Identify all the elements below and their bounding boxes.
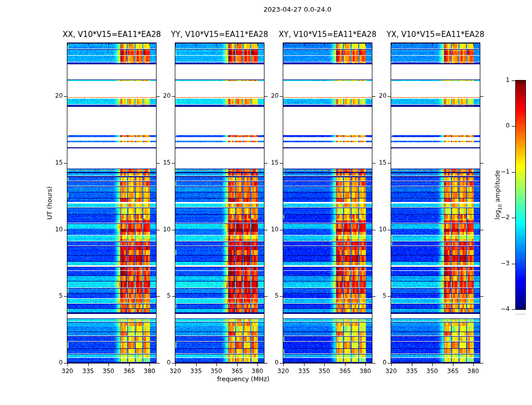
y-tick-label: 15 (260, 159, 279, 166)
x-tick-label: 365 (447, 368, 459, 375)
y-tick-mark-left (388, 296, 391, 297)
x-tick-mark (453, 363, 453, 366)
x-tick-mark-top (88, 44, 89, 46)
y-tick-label: 20 (368, 92, 387, 99)
x-tick-mark (345, 363, 346, 366)
x-tick-mark (473, 363, 474, 366)
colorbar-tick-mark (512, 218, 515, 218)
y-tick-mark-left (64, 363, 67, 363)
x-tick-mark (412, 363, 412, 366)
y-tick-label: 15 (153, 159, 171, 166)
y-tick-mark-left (280, 163, 283, 164)
y-tick-mark-right (480, 96, 483, 97)
x-tick-mark (283, 363, 284, 366)
y-tick-mark-left (280, 363, 283, 363)
y-tick-mark-left (172, 163, 175, 164)
x-tick-mark-top (453, 44, 453, 46)
x-tick-label: 380 (360, 368, 371, 375)
x-tick-mark-top (196, 44, 197, 46)
x-tick-mark-top (283, 44, 284, 46)
colorbar-tick-label: 1 (492, 76, 510, 84)
x-tick-mark (365, 363, 366, 366)
panel-title-YY: YY, V10*V15=EA11*EA28 (171, 30, 269, 39)
colorbar-tick-mark (512, 80, 515, 81)
y-tick-mark-left (172, 296, 175, 297)
x-tick-mark (304, 363, 305, 366)
colorbar-tick-mark (512, 126, 515, 127)
y-tick-label: 20 (153, 92, 171, 99)
x-tick-mark (108, 363, 109, 366)
x-tick-label: 320 (170, 368, 181, 375)
y-tick-label: 5 (368, 292, 387, 299)
x-tick-mark-top (175, 44, 176, 46)
panel-title-XX: XX, V10*V15=EA11*EA28 (62, 30, 161, 39)
colorbar-tick-label: −1 (492, 168, 510, 175)
x-tick-label: 380 (144, 368, 156, 375)
x-tick-mark-top (216, 44, 217, 46)
x-tick-mark (324, 363, 325, 366)
panel-YX-heatmap (391, 43, 480, 363)
y-axis-label: UT (hours) (46, 186, 53, 220)
x-tick-label: 365 (232, 368, 243, 375)
y-tick-label: 0 (153, 359, 171, 366)
x-tick-mark-top (67, 44, 68, 46)
y-tick-label: 5 (45, 292, 63, 299)
y-tick-mark-left (388, 163, 391, 164)
x-tick-label: 350 (211, 368, 222, 375)
colorbar-tick-mark (512, 264, 515, 264)
x-tick-mark-top (345, 44, 346, 46)
colorbar-tick-label: 0 (492, 122, 510, 129)
panel-title-XY: XY, V10*V15=EA11*EA28 (279, 30, 376, 39)
x-tick-mark (67, 363, 68, 366)
y-tick-mark-left (172, 230, 175, 230)
x-tick-mark (237, 363, 238, 366)
y-tick-label: 0 (260, 359, 279, 366)
panel-title-YX: YX, V10*V15=EA11*EA28 (387, 30, 484, 39)
x-tick-mark-top (149, 44, 150, 46)
x-tick-label: 350 (103, 368, 115, 375)
x-tick-mark-top (108, 44, 109, 46)
y-tick-mark-right (480, 163, 483, 164)
colorbar-label: log10 amplitude (493, 170, 503, 220)
y-tick-label: 15 (45, 159, 63, 166)
x-tick-label: 335 (406, 368, 418, 375)
x-tick-mark-top (391, 44, 392, 46)
panel-XX-heatmap (67, 43, 157, 363)
x-tick-label: 335 (191, 368, 202, 375)
x-tick-mark (391, 363, 392, 366)
x-tick-mark-top (365, 44, 366, 46)
figure-title: 2023-04-27 0.0-24.0 (263, 6, 331, 13)
y-tick-label: 20 (45, 92, 63, 99)
colorbar-tick-label: −3 (492, 260, 510, 267)
x-tick-label: 380 (468, 368, 479, 375)
x-tick-label: 335 (83, 368, 94, 375)
y-tick-label: 10 (153, 226, 171, 233)
y-tick-label: 10 (368, 226, 387, 233)
x-tick-mark (196, 363, 197, 366)
panel-XY-heatmap (283, 43, 372, 363)
y-tick-label: 10 (45, 226, 63, 233)
x-axis-label: frequency (MHz) (217, 375, 269, 383)
y-tick-label: 5 (153, 292, 171, 299)
x-tick-mark-top (237, 44, 238, 46)
y-tick-label: 5 (260, 292, 279, 299)
y-tick-mark-left (64, 96, 67, 97)
x-tick-mark-top (432, 44, 433, 46)
colorbar-tick-label: −4 (492, 305, 510, 312)
x-tick-mark-top (304, 44, 305, 46)
y-tick-label: 15 (368, 159, 387, 166)
x-tick-mark (257, 363, 258, 366)
y-tick-mark-left (388, 96, 391, 97)
x-tick-label: 320 (62, 368, 73, 375)
y-tick-mark-left (64, 230, 67, 230)
x-tick-mark (149, 363, 150, 366)
colorbar-label-suffix: amplitude (493, 170, 501, 204)
x-tick-mark-top (257, 44, 258, 46)
y-tick-mark-left (172, 363, 175, 363)
x-tick-label: 335 (298, 368, 310, 375)
x-tick-label: 380 (252, 368, 263, 375)
y-tick-mark-left (388, 363, 391, 363)
panel-YY-heatmap (175, 43, 264, 363)
y-tick-mark-left (172, 96, 175, 97)
y-tick-label: 0 (45, 359, 63, 366)
